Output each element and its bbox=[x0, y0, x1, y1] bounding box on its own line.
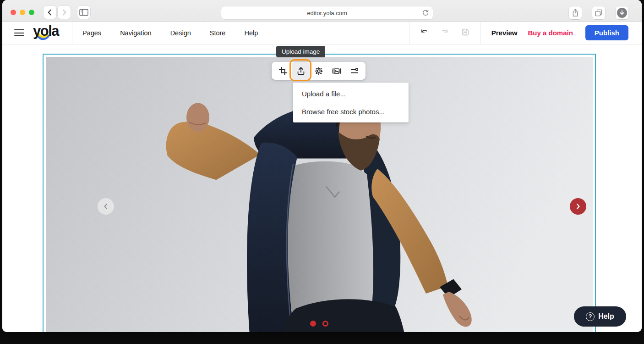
editor-toolbar: yola Pages Navigation Design Store Help bbox=[2, 22, 642, 44]
reload-icon bbox=[421, 9, 430, 17]
tooltip: Upload image bbox=[276, 46, 325, 57]
save-button[interactable] bbox=[460, 27, 470, 39]
divider bbox=[480, 22, 480, 44]
slideshow-icon bbox=[332, 66, 342, 76]
tabs-icon bbox=[594, 8, 603, 17]
crop-icon bbox=[278, 66, 288, 76]
back-icon bbox=[46, 8, 54, 17]
nav-item-pages[interactable]: Pages bbox=[82, 29, 101, 37]
sidebar-toggle-button[interactable] bbox=[77, 6, 90, 19]
minimize-window-button[interactable] bbox=[20, 10, 25, 15]
share-button[interactable] bbox=[569, 6, 582, 19]
chevron-right-icon bbox=[575, 203, 581, 210]
slideshow-button[interactable] bbox=[327, 62, 345, 80]
upload-menu: Upload a file... Browse free stock photo… bbox=[293, 83, 409, 122]
history-controls bbox=[409, 27, 480, 39]
download-icon bbox=[617, 8, 627, 18]
redo-button[interactable] bbox=[440, 27, 450, 39]
chrome-right-buttons bbox=[569, 6, 630, 19]
forward-button[interactable] bbox=[58, 6, 71, 19]
carousel-next-button[interactable] bbox=[570, 198, 586, 215]
site-canvas: Upload image Upload a file... Browse fr bbox=[2, 44, 642, 332]
downloads-button[interactable] bbox=[616, 6, 628, 19]
undo-icon bbox=[419, 27, 429, 37]
undo-button[interactable] bbox=[419, 27, 429, 39]
help-button-label: Help bbox=[598, 312, 614, 321]
preview-button[interactable]: Preview bbox=[491, 29, 518, 37]
buy-domain-button[interactable]: Buy a domain bbox=[528, 29, 573, 37]
svg-text:yola: yola bbox=[33, 23, 60, 39]
help-button[interactable]: ? Help bbox=[574, 306, 626, 327]
address-bar-url: editor.yola.com bbox=[307, 10, 347, 17]
nav-item-design[interactable]: Design bbox=[170, 29, 191, 37]
menu-button[interactable] bbox=[14, 29, 24, 36]
editor-nav: Pages Navigation Design Store Help bbox=[82, 29, 258, 37]
settings-button[interactable] bbox=[310, 62, 327, 80]
carousel-dot-1[interactable] bbox=[310, 321, 316, 327]
carousel-prev-button[interactable] bbox=[98, 198, 114, 215]
nav-item-store[interactable]: Store bbox=[210, 29, 226, 37]
question-icon: ? bbox=[586, 312, 595, 321]
browser-window: editor.yola.com bbox=[2, 0, 642, 332]
back-button[interactable] bbox=[44, 6, 56, 19]
menu-item-browse-stock[interactable]: Browse free stock photos... bbox=[293, 103, 409, 121]
menu-item-upload-file[interactable]: Upload a file... bbox=[293, 85, 409, 103]
sidebar-icon bbox=[79, 9, 88, 16]
forward-icon bbox=[60, 8, 68, 17]
carousel-dot-2[interactable] bbox=[322, 321, 328, 327]
zoom-window-button[interactable] bbox=[29, 10, 34, 15]
upload-icon bbox=[296, 66, 306, 76]
browser-chrome: editor.yola.com bbox=[2, 0, 642, 22]
nav-item-help[interactable]: Help bbox=[244, 29, 258, 37]
traffic-lights bbox=[11, 10, 34, 15]
image-toolbar bbox=[272, 62, 366, 80]
yola-logo: yola bbox=[33, 23, 64, 43]
tab-overview-button[interactable] bbox=[592, 6, 605, 19]
address-bar[interactable]: editor.yola.com bbox=[221, 6, 433, 19]
redo-icon bbox=[440, 27, 450, 37]
adjust-button[interactable] bbox=[345, 62, 363, 80]
save-icon bbox=[460, 27, 470, 37]
divider bbox=[72, 22, 72, 44]
adjust-icon bbox=[349, 66, 360, 76]
crop-button[interactable] bbox=[274, 62, 292, 80]
upload-image-button[interactable] bbox=[292, 62, 310, 80]
close-window-button[interactable] bbox=[11, 10, 16, 15]
share-icon bbox=[571, 8, 580, 17]
reload-button[interactable] bbox=[421, 9, 430, 19]
gear-icon bbox=[314, 66, 324, 76]
publish-button[interactable]: Publish bbox=[585, 25, 628, 40]
chevron-left-icon bbox=[103, 203, 109, 210]
nav-item-navigation[interactable]: Navigation bbox=[120, 29, 152, 37]
carousel-dots bbox=[310, 321, 328, 327]
